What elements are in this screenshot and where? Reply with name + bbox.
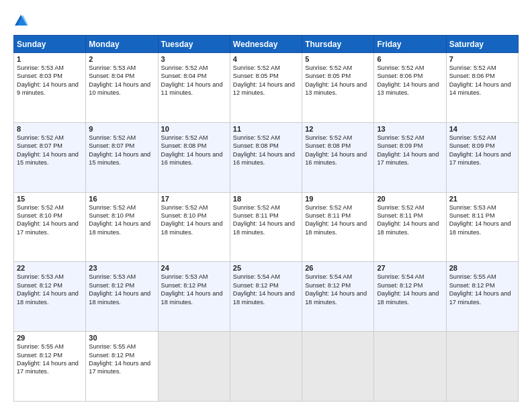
weekday-row: SundayMondayTuesdayWednesdayThursdayFrid… xyxy=(14,36,519,53)
day-number: 23 xyxy=(89,264,154,272)
day-number: 18 xyxy=(233,195,299,203)
calendar-cell: 28Sunrise: 5:55 AMSunset: 8:12 PMDayligh… xyxy=(446,262,518,332)
day-number: 24 xyxy=(161,264,227,272)
calendar-cell: 5Sunrise: 5:52 AMSunset: 8:05 PMDaylight… xyxy=(302,53,374,123)
day-info: Sunrise: 5:55 AMSunset: 8:12 PMDaylight:… xyxy=(89,342,154,376)
calendar-cell: 26Sunrise: 5:54 AMSunset: 8:12 PMDayligh… xyxy=(302,262,374,332)
calendar-cell: 6Sunrise: 5:52 AMSunset: 8:06 PMDaylight… xyxy=(374,53,446,123)
day-number: 11 xyxy=(233,125,299,133)
day-number: 20 xyxy=(377,195,443,203)
day-info: Sunrise: 5:52 AMSunset: 8:11 PMDaylight:… xyxy=(377,203,443,237)
day-number: 27 xyxy=(377,264,443,272)
weekday-header-sunday: Sunday xyxy=(14,36,86,53)
day-number: 17 xyxy=(161,195,227,203)
day-number: 22 xyxy=(17,264,83,272)
day-info: Sunrise: 5:52 AMSunset: 8:05 PMDaylight:… xyxy=(305,64,371,97)
calendar-cell xyxy=(446,332,518,402)
day-number: 7 xyxy=(449,55,515,63)
day-number: 13 xyxy=(377,125,443,133)
calendar-cell: 25Sunrise: 5:54 AMSunset: 8:12 PMDayligh… xyxy=(230,262,302,332)
header xyxy=(13,12,519,28)
calendar-cell: 12Sunrise: 5:52 AMSunset: 8:08 PMDayligh… xyxy=(302,122,374,192)
calendar-table: SundayMondayTuesdayWednesdayThursdayFrid… xyxy=(13,35,519,402)
calendar-cell: 15Sunrise: 5:52 AMSunset: 8:10 PMDayligh… xyxy=(14,192,86,262)
day-info: Sunrise: 5:53 AMSunset: 8:12 PMDaylight:… xyxy=(89,273,154,306)
day-info: Sunrise: 5:53 AMSunset: 8:11 PMDaylight:… xyxy=(449,203,515,237)
calendar-week-2: 8Sunrise: 5:52 AMSunset: 8:07 PMDaylight… xyxy=(14,122,519,192)
day-number: 2 xyxy=(89,55,154,63)
calendar-week-4: 22Sunrise: 5:53 AMSunset: 8:12 PMDayligh… xyxy=(14,262,519,332)
calendar-cell: 30Sunrise: 5:55 AMSunset: 8:12 PMDayligh… xyxy=(86,332,158,402)
day-info: Sunrise: 5:53 AMSunset: 8:04 PMDaylight:… xyxy=(89,64,154,97)
calendar-cell: 7Sunrise: 5:52 AMSunset: 8:06 PMDaylight… xyxy=(446,53,518,123)
calendar-cell xyxy=(302,332,374,402)
calendar-cell: 13Sunrise: 5:52 AMSunset: 8:09 PMDayligh… xyxy=(374,122,446,192)
calendar-cell: 21Sunrise: 5:53 AMSunset: 8:11 PMDayligh… xyxy=(446,192,518,262)
day-number: 26 xyxy=(305,264,371,272)
day-info: Sunrise: 5:53 AMSunset: 8:12 PMDaylight:… xyxy=(161,273,227,306)
day-info: Sunrise: 5:52 AMSunset: 8:11 PMDaylight:… xyxy=(233,203,299,237)
calendar-cell: 17Sunrise: 5:52 AMSunset: 8:10 PMDayligh… xyxy=(158,192,230,262)
day-info: Sunrise: 5:52 AMSunset: 8:06 PMDaylight:… xyxy=(377,64,443,97)
day-number: 16 xyxy=(89,195,154,203)
calendar-cell: 11Sunrise: 5:52 AMSunset: 8:08 PMDayligh… xyxy=(230,122,302,192)
weekday-header-friday: Friday xyxy=(374,36,446,53)
logo-icon xyxy=(13,13,28,28)
day-number: 3 xyxy=(161,55,227,63)
weekday-header-wednesday: Wednesday xyxy=(230,36,302,53)
day-info: Sunrise: 5:52 AMSunset: 8:06 PMDaylight:… xyxy=(449,64,515,97)
day-info: Sunrise: 5:53 AMSunset: 8:12 PMDaylight:… xyxy=(17,273,83,306)
day-info: Sunrise: 5:52 AMSunset: 8:04 PMDaylight:… xyxy=(161,64,227,97)
weekday-header-monday: Monday xyxy=(86,36,158,53)
calendar-cell: 18Sunrise: 5:52 AMSunset: 8:11 PMDayligh… xyxy=(230,192,302,262)
day-number: 1 xyxy=(17,55,83,63)
day-number: 21 xyxy=(449,195,515,203)
day-info: Sunrise: 5:52 AMSunset: 8:10 PMDaylight:… xyxy=(161,203,227,237)
calendar-cell: 2Sunrise: 5:53 AMSunset: 8:04 PMDaylight… xyxy=(86,53,158,123)
day-number: 4 xyxy=(233,55,299,63)
calendar-cell: 22Sunrise: 5:53 AMSunset: 8:12 PMDayligh… xyxy=(14,262,86,332)
calendar-cell: 1Sunrise: 5:53 AMSunset: 8:03 PMDaylight… xyxy=(14,53,86,123)
calendar-header: SundayMondayTuesdayWednesdayThursdayFrid… xyxy=(14,36,519,53)
calendar-cell xyxy=(374,332,446,402)
day-number: 5 xyxy=(305,55,371,63)
day-info: Sunrise: 5:53 AMSunset: 8:03 PMDaylight:… xyxy=(17,64,83,97)
day-number: 10 xyxy=(161,125,227,133)
calendar-cell: 4Sunrise: 5:52 AMSunset: 8:05 PMDaylight… xyxy=(230,53,302,123)
day-info: Sunrise: 5:55 AMSunset: 8:12 PMDaylight:… xyxy=(17,342,83,376)
day-number: 25 xyxy=(233,264,299,272)
day-info: Sunrise: 5:55 AMSunset: 8:12 PMDaylight:… xyxy=(449,273,515,306)
day-info: Sunrise: 5:52 AMSunset: 8:11 PMDaylight:… xyxy=(305,203,371,237)
day-number: 14 xyxy=(449,125,515,133)
day-info: Sunrise: 5:52 AMSunset: 8:10 PMDaylight:… xyxy=(17,203,83,237)
weekday-header-thursday: Thursday xyxy=(302,36,374,53)
calendar-cell: 24Sunrise: 5:53 AMSunset: 8:12 PMDayligh… xyxy=(158,262,230,332)
calendar-cell: 20Sunrise: 5:52 AMSunset: 8:11 PMDayligh… xyxy=(374,192,446,262)
day-info: Sunrise: 5:54 AMSunset: 8:12 PMDaylight:… xyxy=(305,273,371,306)
day-info: Sunrise: 5:52 AMSunset: 8:07 PMDaylight:… xyxy=(17,134,83,167)
calendar-cell: 14Sunrise: 5:52 AMSunset: 8:09 PMDayligh… xyxy=(446,122,518,192)
day-number: 6 xyxy=(377,55,443,63)
day-number: 8 xyxy=(17,125,83,133)
day-number: 9 xyxy=(89,125,154,133)
day-info: Sunrise: 5:52 AMSunset: 8:08 PMDaylight:… xyxy=(305,134,371,167)
calendar-cell: 27Sunrise: 5:54 AMSunset: 8:12 PMDayligh… xyxy=(374,262,446,332)
day-number: 29 xyxy=(17,334,83,342)
calendar-cell xyxy=(158,332,230,402)
calendar-cell: 16Sunrise: 5:52 AMSunset: 8:10 PMDayligh… xyxy=(86,192,158,262)
calendar-body: 1Sunrise: 5:53 AMSunset: 8:03 PMDaylight… xyxy=(14,53,519,402)
day-number: 12 xyxy=(305,125,371,133)
weekday-header-tuesday: Tuesday xyxy=(158,36,230,53)
calendar-cell: 10Sunrise: 5:52 AMSunset: 8:08 PMDayligh… xyxy=(158,122,230,192)
day-info: Sunrise: 5:52 AMSunset: 8:07 PMDaylight:… xyxy=(89,134,154,167)
calendar-week-1: 1Sunrise: 5:53 AMSunset: 8:03 PMDaylight… xyxy=(14,53,519,123)
calendar-cell xyxy=(230,332,302,402)
calendar-cell: 3Sunrise: 5:52 AMSunset: 8:04 PMDaylight… xyxy=(158,53,230,123)
logo xyxy=(13,12,31,28)
day-info: Sunrise: 5:52 AMSunset: 8:10 PMDaylight:… xyxy=(89,203,154,237)
day-info: Sunrise: 5:54 AMSunset: 8:12 PMDaylight:… xyxy=(377,273,443,306)
calendar-cell: 23Sunrise: 5:53 AMSunset: 8:12 PMDayligh… xyxy=(86,262,158,332)
weekday-header-saturday: Saturday xyxy=(446,36,518,53)
calendar-cell: 19Sunrise: 5:52 AMSunset: 8:11 PMDayligh… xyxy=(302,192,374,262)
calendar-page: SundayMondayTuesdayWednesdayThursdayFrid… xyxy=(0,0,532,411)
